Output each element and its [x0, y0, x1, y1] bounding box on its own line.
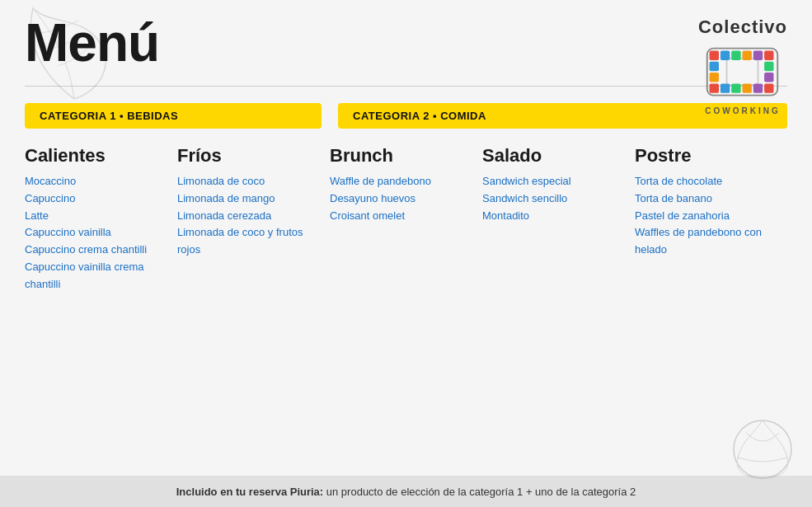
svg-rect-1 — [727, 59, 758, 85]
page-wrapper: Menú Colectivo — [0, 0, 812, 507]
col-frios-items: Limonada de cocoLimonada de mangoLimonad… — [177, 173, 322, 259]
svg-rect-2 — [710, 50, 719, 59]
footer-text-bold: Incluido en tu reserva Piuria: — [176, 486, 323, 498]
col-brunch-title: Brunch — [330, 145, 474, 167]
brand-section: Colectivo — [698, 16, 787, 115]
header-divider — [25, 86, 787, 87]
list-item[interactable]: Waffles de pandebono con helado — [635, 224, 779, 259]
svg-rect-17 — [765, 83, 774, 92]
svg-rect-5 — [743, 50, 752, 59]
svg-rect-10 — [710, 73, 719, 82]
list-item[interactable]: Torta de chocolate — [635, 173, 779, 190]
svg-rect-11 — [765, 73, 774, 82]
col-frios-title: Fríos — [177, 145, 322, 167]
list-item[interactable]: Capuccino crema chantilli — [25, 242, 169, 259]
colectivo-logo-icon — [703, 43, 781, 105]
col-postre: Postre Torta de chocolateTorta de banano… — [635, 145, 787, 293]
list-item[interactable]: Desayuno huevos — [330, 190, 474, 208]
footer-text-normal: un producto de elección de la categoría … — [323, 486, 636, 498]
list-item[interactable]: Waffle de pandebono — [330, 173, 474, 190]
col-calientes: Calientes MocaccinoCapuccinoLatteCapucci… — [25, 145, 177, 293]
svg-rect-3 — [720, 50, 730, 59]
list-item[interactable]: Capuccino — [25, 190, 169, 208]
col-calientes-items: MocaccinoCapuccinoLatteCapuccino vainill… — [25, 173, 169, 293]
footer-text: Incluido en tu reserva Piuria: un produc… — [176, 486, 636, 498]
col-brunch-items: Waffle de pandebonoDesayuno huevosCroisa… — [330, 173, 474, 224]
list-item[interactable]: Mocaccino — [25, 173, 169, 190]
svg-rect-8 — [710, 62, 719, 71]
svg-rect-16 — [753, 83, 763, 92]
header: Menú Colectivo — [0, 0, 812, 77]
list-item[interactable]: Limonada de coco — [177, 173, 322, 190]
list-item[interactable]: Pastel de zanahoria — [635, 208, 779, 225]
list-item[interactable]: Montadito — [482, 208, 627, 225]
col-salado: Salado Sandwich especialSandwich sencill… — [482, 145, 635, 293]
svg-rect-13 — [720, 83, 730, 92]
svg-rect-9 — [765, 62, 774, 71]
col-frios: Fríos Limonada de cocoLimonada de mangoL… — [177, 145, 330, 293]
col-brunch: Brunch Waffle de pandebonoDesayuno huevo… — [330, 145, 482, 293]
col-salado-title: Salado — [482, 145, 627, 167]
list-item[interactable]: Capuccino vainilla crema chantilli — [25, 259, 169, 293]
list-item[interactable]: Sandwich sencillo — [482, 190, 627, 208]
list-item[interactable]: Limonada de mango — [177, 190, 322, 208]
categories-container: CATEGORIA 1 • BEBIDAS CATEGORIA 2 • COMI… — [0, 95, 812, 293]
svg-rect-12 — [710, 83, 719, 92]
svg-rect-6 — [753, 50, 763, 59]
items-row: Calientes MocaccinoCapuccinoLatteCapucci… — [25, 145, 787, 293]
list-item[interactable]: Limonada cerezada — [177, 208, 322, 225]
category-banners-row: CATEGORIA 1 • BEBIDAS CATEGORIA 2 • COMI… — [25, 103, 787, 129]
col-postre-title: Postre — [635, 145, 779, 167]
bottom-right-decoration-icon — [721, 416, 804, 482]
list-item[interactable]: Limonada de coco y frutos rojos — [177, 224, 322, 259]
col-postre-items: Torta de chocolateTorta de bananoPastel … — [635, 173, 779, 259]
list-item[interactable]: Sandwich especial — [482, 173, 627, 190]
svg-rect-4 — [732, 50, 741, 59]
col-salado-items: Sandwich especialSandwich sencilloMontad… — [482, 173, 627, 224]
svg-rect-7 — [765, 50, 774, 59]
brand-tagline: COWORKING — [705, 106, 780, 115]
category1-banner: CATEGORIA 1 • BEBIDAS — [25, 103, 322, 129]
page-title: Menú — [25, 16, 159, 69]
svg-rect-15 — [743, 83, 752, 92]
svg-point-18 — [734, 420, 791, 478]
list-item[interactable]: Torta de banano — [635, 190, 779, 208]
list-item[interactable]: Croisant omelet — [330, 208, 474, 225]
col-calientes-title: Calientes — [25, 145, 169, 167]
brand-name: Colectivo — [698, 16, 787, 38]
list-item[interactable]: Latte — [25, 208, 169, 225]
footer-bar: Incluido en tu reserva Piuria: un produc… — [0, 476, 812, 507]
svg-rect-14 — [732, 83, 741, 92]
list-item[interactable]: Capuccino vainilla — [25, 224, 169, 242]
